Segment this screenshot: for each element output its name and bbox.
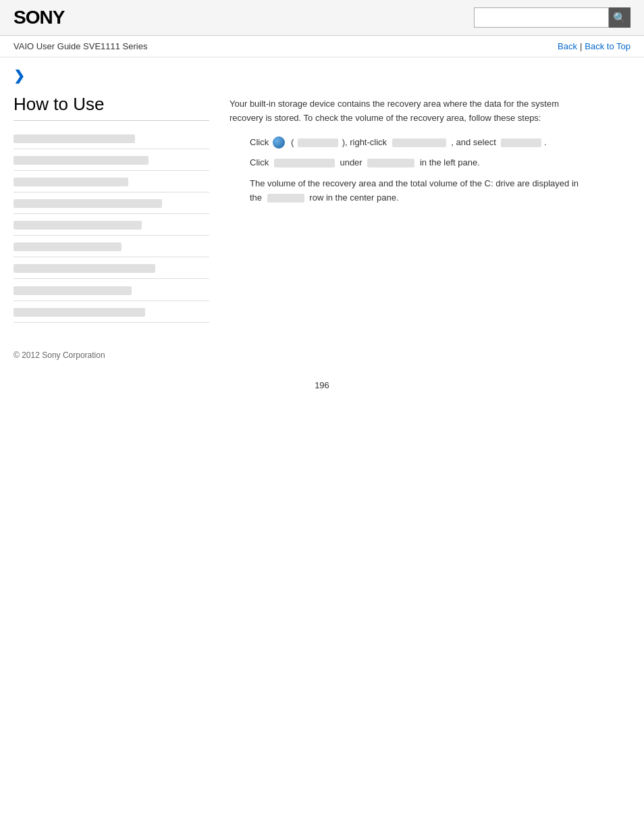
step-3: The volume of the recovery area and the …: [250, 177, 630, 205]
sidebar-item-9[interactable]: [14, 301, 209, 323]
step1-paren: (: [288, 137, 294, 147]
search-button[interactable]: 🔍: [609, 7, 630, 28]
sidebar-item-6[interactable]: [14, 236, 209, 257]
search-input[interactable]: [474, 7, 609, 28]
back-link[interactable]: Back: [558, 41, 577, 51]
intro-line1: Your built-in storage device contains th…: [230, 99, 559, 109]
main-content: How to Use Your built-in storage device …: [0, 87, 644, 330]
step1-andselect: , and select: [451, 137, 496, 147]
sidebar-title: How to Use: [14, 94, 209, 121]
search-icon: 🔍: [613, 11, 626, 24]
back-to-top-link[interactable]: Back to Top: [585, 41, 630, 51]
footer: © 2012 Sony Corporation: [0, 330, 644, 367]
step3-the: the: [250, 192, 262, 203]
sidebar-item-8[interactable]: [14, 279, 209, 301]
chevron-right-icon[interactable]: ❯: [14, 68, 25, 83]
sidebar-item-4[interactable]: [14, 192, 209, 214]
search-area: 🔍: [474, 7, 630, 28]
step2-leftpane: in the left pane.: [420, 157, 480, 167]
sidebar-item-7[interactable]: [14, 257, 209, 279]
sidebar-item-2[interactable]: [14, 149, 209, 171]
nav-bar: VAIO User Guide SVE1111 Series Back | Ba…: [0, 36, 644, 57]
step-2: Click under in the left pane.: [250, 156, 630, 170]
page-number: 196: [0, 367, 644, 404]
guide-title: VAIO User Guide SVE1111 Series: [14, 41, 147, 51]
sidebar-item-3[interactable]: [14, 171, 209, 192]
nav-links: Back | Back to Top: [558, 41, 630, 51]
sidebar-item-1[interactable]: [14, 128, 209, 149]
copyright: © 2012 Sony Corporation: [14, 350, 105, 360]
sidebar-item-5[interactable]: [14, 214, 209, 236]
globe-icon: [273, 136, 285, 149]
step3-suffix: row in the center pane.: [309, 192, 398, 203]
sony-logo: SONY: [14, 7, 64, 28]
step-list: Click ( ), right-click , and select . Cl…: [250, 136, 630, 205]
step1-rightclick: ), right-click: [342, 137, 387, 147]
step-1: Click ( ), right-click , and select .: [250, 136, 630, 150]
step2-under: under: [340, 157, 362, 167]
step2-click: Click: [250, 157, 269, 167]
page-header: SONY 🔍: [0, 0, 644, 36]
nav-separator: |: [580, 41, 582, 51]
content-area: Your built-in storage device contains th…: [230, 94, 630, 323]
sidebar: How to Use: [14, 94, 209, 323]
step1-click: Click: [250, 137, 269, 147]
content-intro: Your built-in storage device contains th…: [230, 97, 630, 126]
breadcrumb-area: ❯: [0, 57, 644, 87]
sidebar-menu: [14, 128, 209, 323]
step3-line1: The volume of the recovery area and the …: [250, 178, 579, 188]
intro-line2: recovery is stored. To check the volume …: [230, 113, 541, 123]
